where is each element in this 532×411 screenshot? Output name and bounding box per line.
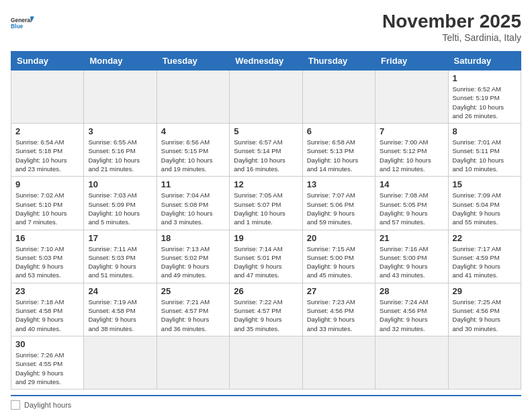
logo: GeneralBlue <box>11 11 35 35</box>
daylight-color-box <box>11 400 20 410</box>
day-info: Sunrise: 7:05 AM Sunset: 5:07 PM Dayligh… <box>234 191 298 226</box>
calendar-cell: 24Sunrise: 7:19 AM Sunset: 4:58 PM Dayli… <box>84 283 157 336</box>
calendar-cell: 3Sunrise: 6:55 AM Sunset: 5:16 PM Daylig… <box>84 124 157 177</box>
day-number: 19 <box>234 233 298 243</box>
day-info: Sunrise: 7:16 AM Sunset: 5:00 PM Dayligh… <box>380 244 443 280</box>
weekday-header-monday: Monday <box>84 52 157 71</box>
svg-text:Blue: Blue <box>11 23 24 30</box>
calendar-cell: 21Sunrise: 7:16 AM Sunset: 5:00 PM Dayli… <box>375 230 448 283</box>
calendar-cell: 8Sunrise: 7:01 AM Sunset: 5:11 PM Daylig… <box>448 124 521 177</box>
day-info: Sunrise: 6:55 AM Sunset: 5:16 PM Dayligh… <box>88 138 152 173</box>
day-info: Sunrise: 6:56 AM Sunset: 5:15 PM Dayligh… <box>161 138 225 173</box>
calendar-cell: 17Sunrise: 7:11 AM Sunset: 5:03 PM Dayli… <box>84 230 157 283</box>
day-number: 14 <box>380 179 443 189</box>
page-header: GeneralBlue November 2025 Telti, Sardini… <box>11 11 521 43</box>
calendar-cell: 15Sunrise: 7:09 AM Sunset: 5:04 PM Dayli… <box>448 177 521 230</box>
day-number: 16 <box>15 233 79 243</box>
weekday-header-row: SundayMondayTuesdayWednesdayThursdayFrid… <box>11 52 521 71</box>
calendar-cell: 27Sunrise: 7:23 AM Sunset: 4:56 PM Dayli… <box>302 283 375 336</box>
calendar-cell <box>448 336 521 389</box>
calendar-cell <box>302 71 375 124</box>
day-info: Sunrise: 7:14 AM Sunset: 5:01 PM Dayligh… <box>234 244 298 280</box>
day-number: 11 <box>161 179 225 189</box>
title-block: November 2025 Telti, Sardinia, Italy <box>382 11 521 43</box>
calendar-cell: 11Sunrise: 7:04 AM Sunset: 5:08 PM Dayli… <box>157 177 229 230</box>
calendar-week-6: 30Sunrise: 7:26 AM Sunset: 4:55 PM Dayli… <box>11 336 521 389</box>
day-number: 10 <box>88 179 152 189</box>
day-number: 22 <box>453 233 517 243</box>
calendar-cell: 4Sunrise: 6:56 AM Sunset: 5:15 PM Daylig… <box>157 124 229 177</box>
day-number: 26 <box>234 286 298 296</box>
day-info: Sunrise: 7:18 AM Sunset: 4:58 PM Dayligh… <box>15 298 79 333</box>
day-info: Sunrise: 7:08 AM Sunset: 5:05 PM Dayligh… <box>380 191 443 226</box>
calendar-cell: 5Sunrise: 6:57 AM Sunset: 5:14 PM Daylig… <box>230 124 302 177</box>
day-info: Sunrise: 7:24 AM Sunset: 4:56 PM Dayligh… <box>380 298 443 333</box>
day-info: Sunrise: 7:19 AM Sunset: 4:58 PM Dayligh… <box>88 298 152 333</box>
day-number: 13 <box>307 179 371 189</box>
day-number: 1 <box>453 73 517 83</box>
day-number: 8 <box>453 126 517 136</box>
calendar-cell <box>375 336 448 389</box>
day-info: Sunrise: 7:04 AM Sunset: 5:08 PM Dayligh… <box>161 191 225 226</box>
calendar-cell: 19Sunrise: 7:14 AM Sunset: 5:01 PM Dayli… <box>230 230 302 283</box>
day-info: Sunrise: 7:09 AM Sunset: 5:04 PM Dayligh… <box>453 191 517 226</box>
calendar-cell: 13Sunrise: 7:07 AM Sunset: 5:06 PM Dayli… <box>302 177 375 230</box>
weekday-header-tuesday: Tuesday <box>157 52 229 71</box>
calendar-cell <box>230 71 302 124</box>
day-number: 27 <box>307 286 371 296</box>
day-number: 6 <box>307 126 371 136</box>
calendar-week-4: 16Sunrise: 7:10 AM Sunset: 5:03 PM Dayli… <box>11 230 521 283</box>
weekday-header-thursday: Thursday <box>302 52 375 71</box>
calendar-cell: 20Sunrise: 7:15 AM Sunset: 5:00 PM Dayli… <box>302 230 375 283</box>
day-info: Sunrise: 6:57 AM Sunset: 5:14 PM Dayligh… <box>234 138 298 173</box>
day-info: Sunrise: 7:02 AM Sunset: 5:10 PM Dayligh… <box>15 191 79 226</box>
calendar-cell: 9Sunrise: 7:02 AM Sunset: 5:10 PM Daylig… <box>11 177 84 230</box>
day-info: Sunrise: 7:21 AM Sunset: 4:57 PM Dayligh… <box>161 298 225 333</box>
day-info: Sunrise: 7:11 AM Sunset: 5:03 PM Dayligh… <box>88 244 152 280</box>
calendar-cell: 1Sunrise: 6:52 AM Sunset: 5:19 PM Daylig… <box>448 71 521 124</box>
day-number: 12 <box>234 179 298 189</box>
day-info: Sunrise: 7:07 AM Sunset: 5:06 PM Dayligh… <box>307 191 371 226</box>
calendar-cell: 29Sunrise: 7:25 AM Sunset: 4:56 PM Dayli… <box>448 283 521 336</box>
calendar-cell: 16Sunrise: 7:10 AM Sunset: 5:03 PM Dayli… <box>11 230 84 283</box>
day-number: 9 <box>15 179 79 189</box>
footer-row: Daylight hours <box>11 400 521 410</box>
calendar-week-2: 2Sunrise: 6:54 AM Sunset: 5:18 PM Daylig… <box>11 124 521 177</box>
weekday-header-sunday: Sunday <box>11 52 84 71</box>
day-info: Sunrise: 7:26 AM Sunset: 4:55 PM Dayligh… <box>15 351 79 386</box>
day-number: 3 <box>88 126 152 136</box>
calendar-cell: 28Sunrise: 7:24 AM Sunset: 4:56 PM Dayli… <box>375 283 448 336</box>
calendar-table: SundayMondayTuesdayWednesdayThursdayFrid… <box>11 51 521 390</box>
calendar-cell: 7Sunrise: 7:00 AM Sunset: 5:12 PM Daylig… <box>375 124 448 177</box>
day-number: 18 <box>161 233 225 243</box>
day-number: 15 <box>453 179 517 189</box>
calendar-week-1: 1Sunrise: 6:52 AM Sunset: 5:19 PM Daylig… <box>11 71 521 124</box>
calendar-cell: 26Sunrise: 7:22 AM Sunset: 4:57 PM Dayli… <box>230 283 302 336</box>
day-number: 20 <box>307 233 371 243</box>
calendar-cell: 10Sunrise: 7:03 AM Sunset: 5:09 PM Dayli… <box>84 177 157 230</box>
day-info: Sunrise: 7:03 AM Sunset: 5:09 PM Dayligh… <box>88 191 152 226</box>
weekday-header-wednesday: Wednesday <box>230 52 302 71</box>
day-info: Sunrise: 7:13 AM Sunset: 5:02 PM Dayligh… <box>161 244 225 280</box>
location: Telti, Sardinia, Italy <box>382 32 521 43</box>
day-info: Sunrise: 7:17 AM Sunset: 4:59 PM Dayligh… <box>453 244 517 280</box>
day-number: 7 <box>380 126 443 136</box>
day-number: 29 <box>453 286 517 296</box>
day-info: Sunrise: 7:22 AM Sunset: 4:57 PM Dayligh… <box>234 298 298 333</box>
day-info: Sunrise: 7:01 AM Sunset: 5:11 PM Dayligh… <box>453 138 517 173</box>
daylight-legend: Daylight hours <box>11 400 71 410</box>
calendar-cell <box>375 71 448 124</box>
day-info: Sunrise: 7:00 AM Sunset: 5:12 PM Dayligh… <box>380 138 443 173</box>
calendar-week-5: 23Sunrise: 7:18 AM Sunset: 4:58 PM Dayli… <box>11 283 521 336</box>
svg-text:General: General <box>11 17 32 24</box>
day-number: 25 <box>161 286 225 296</box>
weekday-header-saturday: Saturday <box>448 52 521 71</box>
calendar-cell: 25Sunrise: 7:21 AM Sunset: 4:57 PM Dayli… <box>157 283 229 336</box>
weekday-header-friday: Friday <box>375 52 448 71</box>
footer-bar: Daylight hours <box>11 395 521 410</box>
day-number: 21 <box>380 233 443 243</box>
daylight-label: Daylight hours <box>24 401 71 409</box>
day-info: Sunrise: 7:23 AM Sunset: 4:56 PM Dayligh… <box>307 298 371 333</box>
calendar-cell <box>302 336 375 389</box>
calendar-cell: 30Sunrise: 7:26 AM Sunset: 4:55 PM Dayli… <box>11 336 84 389</box>
